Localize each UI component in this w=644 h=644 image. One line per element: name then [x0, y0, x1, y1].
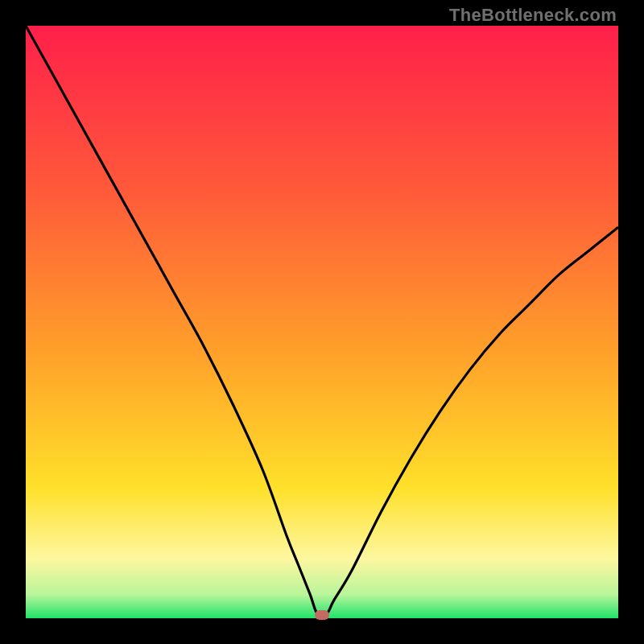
plot-area	[26, 26, 618, 618]
chart-frame: TheBottleneck.com	[0, 0, 644, 644]
bottleneck-curve	[26, 26, 618, 618]
watermark-text: TheBottleneck.com	[449, 5, 617, 26]
curve-path	[26, 26, 618, 616]
minimum-marker	[315, 610, 329, 620]
